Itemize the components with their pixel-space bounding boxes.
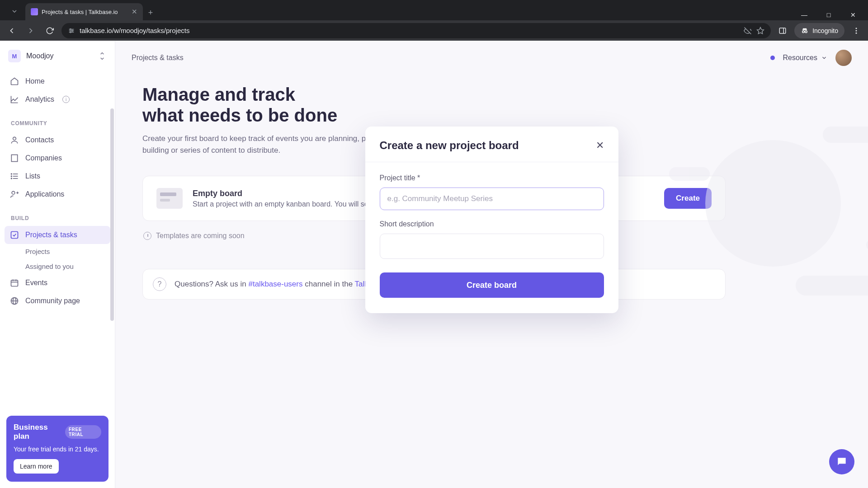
url-text: talkbase.io/w/moodjoy/tasks/projects bbox=[80, 27, 739, 34]
sidebar-item-projects-tasks[interactable]: Projects & tasks bbox=[5, 226, 110, 244]
trial-badge: FREE TRIAL bbox=[65, 425, 101, 439]
companies-icon bbox=[10, 154, 19, 163]
scrollbar-thumb[interactable] bbox=[110, 108, 114, 321]
favicon-icon bbox=[31, 8, 38, 15]
sidebar-item-companies[interactable]: Companies bbox=[5, 149, 110, 167]
sidebar-item-events[interactable]: Events bbox=[5, 274, 110, 292]
svg-rect-31 bbox=[11, 280, 18, 286]
svg-rect-30 bbox=[11, 232, 18, 239]
site-settings-icon[interactable] bbox=[68, 27, 75, 34]
side-panel-icon[interactable] bbox=[775, 23, 790, 38]
sidebar-item-label: Home bbox=[25, 77, 45, 85]
bookmark-star-icon[interactable] bbox=[756, 27, 764, 35]
tab-strip: Projects & tasks | Talkbase.io ✕ + ― □ ✕ bbox=[0, 0, 868, 20]
close-window-icon[interactable]: ✕ bbox=[846, 11, 860, 19]
tab-title: Projects & tasks | Talkbase.io bbox=[42, 9, 128, 15]
incognito-icon bbox=[801, 27, 809, 35]
sidebar-item-lists[interactable]: Lists bbox=[5, 167, 110, 185]
sidebar-scrollbar[interactable] bbox=[110, 108, 114, 321]
svg-point-10 bbox=[802, 31, 805, 33]
project-title-label: Project title * bbox=[380, 174, 604, 182]
sidebar-item-label: Lists bbox=[25, 172, 40, 180]
sidebar-item-label: Applications bbox=[25, 190, 64, 198]
window-controls: ― □ ✕ bbox=[797, 11, 868, 20]
reload-button[interactable] bbox=[42, 23, 57, 38]
trial-title: Business plan bbox=[14, 423, 65, 441]
svg-point-26 bbox=[11, 178, 12, 179]
svg-point-3 bbox=[70, 28, 71, 30]
learn-more-button[interactable]: Learn more bbox=[14, 459, 59, 474]
analytics-icon bbox=[10, 95, 19, 104]
svg-rect-8 bbox=[779, 28, 786, 33]
workspace-switcher[interactable]: M Moodjoy bbox=[0, 41, 115, 72]
contacts-icon bbox=[10, 136, 19, 145]
svg-point-4 bbox=[72, 30, 73, 31]
sidebar: M Moodjoy Home Analytics i COMMUNITY Con… bbox=[0, 41, 115, 488]
modal-close-button[interactable]: ✕ bbox=[596, 140, 604, 151]
svg-point-14 bbox=[856, 32, 857, 33]
create-project-modal: Create a new project board ✕ Project tit… bbox=[365, 127, 618, 313]
forward-button bbox=[24, 23, 38, 38]
browser-chrome: Projects & tasks | Talkbase.io ✕ + ― □ ✕… bbox=[0, 0, 868, 41]
applications-icon bbox=[10, 190, 19, 199]
short-description-label: Short description bbox=[380, 220, 604, 228]
app-root: M Moodjoy Home Analytics i COMMUNITY Con… bbox=[0, 41, 868, 488]
sidebar-item-label: Community page bbox=[25, 297, 80, 305]
short-description-input[interactable] bbox=[380, 234, 604, 259]
modal-title: Create a new project board bbox=[380, 139, 519, 152]
sidebar-item-analytics[interactable]: Analytics i bbox=[5, 90, 110, 108]
maximize-icon[interactable]: □ bbox=[822, 11, 835, 19]
trial-card: Business plan FREE TRIAL Your free trial… bbox=[6, 416, 108, 482]
chevron-up-down-icon bbox=[99, 52, 107, 61]
sidebar-item-community-page[interactable]: Community page bbox=[5, 292, 110, 310]
svg-marker-7 bbox=[757, 27, 764, 33]
sidebar-section-community: COMMUNITY bbox=[5, 108, 110, 131]
project-title-input[interactable] bbox=[380, 188, 604, 210]
sidebar-item-applications[interactable]: Applications bbox=[5, 185, 110, 203]
tasks-icon bbox=[10, 230, 19, 239]
workspace-name: Moodjoy bbox=[26, 52, 93, 60]
sidebar-item-label: Companies bbox=[25, 154, 62, 162]
trial-text: Your free trial ends in 21 days. bbox=[14, 446, 101, 453]
eye-off-icon[interactable] bbox=[744, 27, 752, 35]
home-icon bbox=[10, 77, 19, 86]
svg-rect-16 bbox=[11, 155, 17, 162]
sidebar-subnav: Projects Assigned to you bbox=[5, 244, 110, 274]
create-board-button[interactable]: Create board bbox=[380, 272, 604, 298]
svg-point-27 bbox=[12, 191, 15, 194]
browser-menu-icon[interactable] bbox=[849, 23, 863, 38]
svg-point-11 bbox=[805, 31, 807, 33]
sidebar-section-build: BUILD bbox=[5, 203, 110, 226]
sidebar-subitem-assigned[interactable]: Assigned to you bbox=[25, 259, 110, 274]
address-bar[interactable]: talkbase.io/w/moodjoy/tasks/projects bbox=[61, 23, 771, 38]
sidebar-subitem-projects[interactable]: Projects bbox=[25, 244, 110, 259]
browser-toolbar: talkbase.io/w/moodjoy/tasks/projects Inc… bbox=[0, 20, 868, 41]
workspace-avatar: M bbox=[8, 50, 21, 62]
incognito-indicator[interactable]: Incognito bbox=[794, 23, 844, 38]
sidebar-item-contacts[interactable]: Contacts bbox=[5, 131, 110, 149]
lists-icon bbox=[10, 172, 19, 181]
main-content: Projects & tasks Resources Manage and tr… bbox=[115, 41, 868, 488]
sidebar-item-label: Events bbox=[25, 279, 47, 287]
svg-point-13 bbox=[856, 30, 857, 31]
modal-overlay: Create a new project board ✕ Project tit… bbox=[115, 41, 868, 488]
svg-point-24 bbox=[11, 174, 12, 174]
back-button[interactable] bbox=[5, 23, 19, 38]
svg-point-15 bbox=[13, 137, 16, 140]
globe-icon bbox=[10, 296, 19, 305]
new-tab-button[interactable]: + bbox=[143, 5, 158, 20]
sidebar-item-label: Projects & tasks bbox=[25, 231, 77, 239]
sidebar-item-label: Analytics bbox=[25, 95, 54, 103]
tab-search-icon[interactable] bbox=[4, 2, 25, 20]
incognito-label: Incognito bbox=[812, 27, 838, 34]
info-icon[interactable]: i bbox=[62, 96, 70, 103]
svg-point-5 bbox=[70, 32, 71, 33]
svg-point-25 bbox=[11, 176, 12, 177]
svg-point-12 bbox=[856, 28, 857, 29]
minimize-icon[interactable]: ― bbox=[797, 11, 811, 19]
events-icon bbox=[10, 278, 19, 287]
browser-tab[interactable]: Projects & tasks | Talkbase.io ✕ bbox=[25, 3, 143, 20]
close-icon[interactable]: ✕ bbox=[132, 8, 137, 16]
sidebar-item-home[interactable]: Home bbox=[5, 72, 110, 90]
sidebar-item-label: Contacts bbox=[25, 136, 54, 144]
